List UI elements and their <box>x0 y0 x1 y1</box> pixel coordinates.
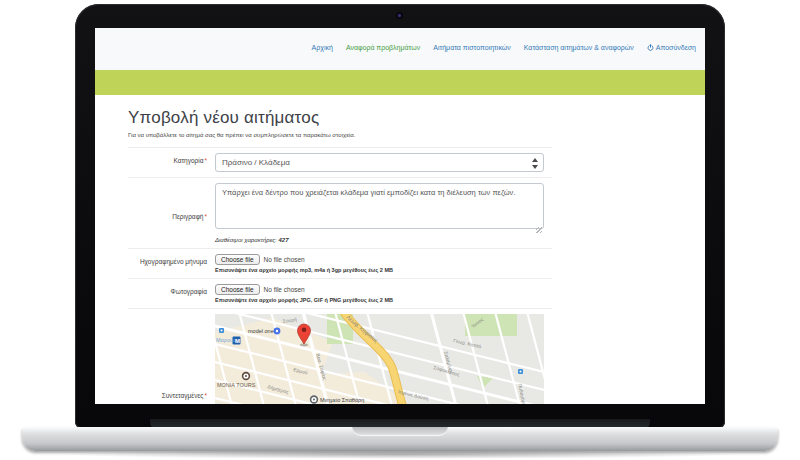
nav-item[interactable]: Αρχική <box>312 44 333 51</box>
power-icon <box>647 44 654 51</box>
page-content: Υποβολή νέου αιτήματος Για να υποβάλλετε… <box>95 108 705 404</box>
chars-remaining-value: 427 <box>278 237 288 243</box>
browser-viewport: ΑρχικήΑναφορά προβλημάτωνΑιτήματα πιστοπ… <box>95 28 705 404</box>
photo-file-status: No file chosen <box>264 286 305 293</box>
laptop-shadow <box>60 450 740 459</box>
main-nav: ΑρχικήΑναφορά προβλημάτωνΑιτήματα πιστοπ… <box>312 44 696 51</box>
photo-choose-file-button[interactable]: Choose file <box>215 284 260 295</box>
resize-grip-icon[interactable] <box>536 227 542 233</box>
required-mark: * <box>204 213 207 220</box>
select-stepper-icon <box>532 158 538 169</box>
map-label: M <box>235 338 240 344</box>
required-mark: * <box>204 392 207 399</box>
laptop-mockup: ΑρχικήΑναφορά προβλημάτωνΑιτήματα πιστοπ… <box>0 0 800 460</box>
map-label: MONIA TOURS <box>217 382 256 388</box>
chars-remaining: Διαθέσιμοι χαρακτήρες: 427 <box>215 237 544 243</box>
form-row-category: Κατηγορία* Πράσινο / Κλάδεμα <box>128 148 552 178</box>
nav-item[interactable]: Αναφορά προβλημάτων <box>346 44 420 51</box>
photo-label: Φωτογραφία <box>128 284 215 295</box>
logout-label: Αποσύνδεση <box>656 44 696 51</box>
coordinates-label: Συντεταγμένες* <box>128 314 215 399</box>
audio-file-status: No file chosen <box>264 256 305 263</box>
form-row-photo: Φωτογραφία Choose file No file chosen Επ… <box>128 279 552 309</box>
category-selected-value: Πράσινο / Κλάδεμα <box>222 158 290 167</box>
location-map[interactable]: ΣουρήΛεωφ. Κηφισίαςmodel oneΜαρούσιMMONI… <box>215 314 544 404</box>
request-form: Κατηγορία* Πράσινο / Κλάδεμα Περιγραφή* <box>128 147 552 404</box>
webcam-icon <box>396 12 403 19</box>
page-title: Υποβολή νέου αιτήματος <box>128 108 705 128</box>
page-subtitle: Για να υποβάλλετε το αίτημά σας θα πρέπε… <box>128 132 705 138</box>
form-row-coordinates: Συντεταγμένες* <box>128 309 552 404</box>
category-label: Κατηγορία* <box>128 153 215 164</box>
map-label: model one <box>248 328 274 334</box>
audio-helper-text: Επισυνάψτε ένα αρχείο μορφής mp3, m4a ή … <box>215 267 544 273</box>
photo-helper-text: Επισυνάψτε ένα αρχείο μορφής JPG, GIF ή … <box>215 297 544 303</box>
site-header: ΑρχικήΑναφορά προβλημάτωνΑιτήματα πιστοπ… <box>95 28 705 70</box>
map-label: Μνημείο Σπαθάρη <box>320 397 364 403</box>
nav-items: ΑρχικήΑναφορά προβλημάτωνΑιτήματα πιστοπ… <box>312 44 634 51</box>
logout-link[interactable]: Αποσύνδεση <box>647 44 696 51</box>
required-mark: * <box>204 157 207 164</box>
audio-choose-file-button[interactable]: Choose file <box>215 254 260 265</box>
accent-bar <box>95 70 705 95</box>
description-label: Περιγραφή* <box>128 183 215 220</box>
category-select[interactable]: Πράσινο / Κλάδεμα <box>215 153 544 172</box>
form-row-description: Περιγραφή* Διαθέσιμοι χαρακτήρες: 427 <box>128 178 552 249</box>
nav-item[interactable]: Αιτήματα πιστοποιητικών <box>433 44 511 51</box>
description-textarea[interactable] <box>215 183 544 229</box>
audio-label: Ηχογραφημένο μήνυμα <box>128 254 215 265</box>
laptop-base <box>22 427 778 451</box>
laptop-notch <box>352 427 448 436</box>
form-row-audio: Ηχογραφημένο μήνυμα Choose file No file … <box>128 249 552 279</box>
nav-item[interactable]: Κατάσταση αιτημάτων & αναφορών <box>524 44 634 51</box>
